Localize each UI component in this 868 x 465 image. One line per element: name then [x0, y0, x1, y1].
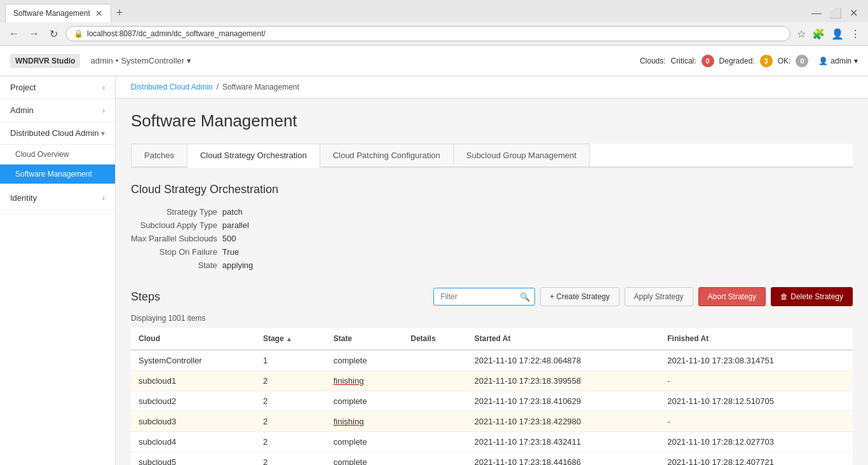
started-at-cell: 2021-11-10 17:23:18.441686	[467, 452, 660, 466]
stage-cell: 2	[255, 452, 326, 466]
state-cell: complete	[334, 457, 367, 465]
tab-cloud-strategy-orchestration[interactable]: Cloud Strategy Orchestration	[187, 144, 320, 168]
strategy-state-label: State	[131, 259, 222, 272]
stage-cell: 2	[255, 391, 326, 412]
strategy-stop-failure-value: True	[222, 245, 261, 259]
table-row[interactable]: subcloud3 2 finishing 2021-11-10 17:23:1…	[131, 412, 853, 432]
sidebar-item-admin[interactable]: Admin ›	[0, 99, 115, 122]
profile-button[interactable]: 👤	[830, 27, 845, 41]
tabs: Patches Cloud Strategy Orchestration Clo…	[131, 144, 853, 168]
state-cell-wrap: complete	[326, 350, 403, 371]
apply-strategy-button[interactable]: Apply Strategy	[625, 287, 693, 306]
app-header: WNDRVR Studio admin • SystemController ▾…	[0, 46, 868, 76]
context-selector[interactable]: admin • SystemController ▾	[90, 56, 191, 65]
sidebar-subitem-cloud-overview[interactable]: Cloud Overview	[0, 145, 115, 165]
sidebar-dca-label: Distributed Cloud Admin	[10, 128, 98, 138]
bookmark-button[interactable]: ☆	[796, 27, 807, 41]
browser-tab[interactable]: Software Management ✕	[5, 4, 111, 22]
finished-at-cell: -	[667, 417, 670, 426]
system-controller-label: SystemController	[121, 56, 184, 65]
finished-at-cell: 2021-11-10 17:23:08.314751	[667, 356, 774, 365]
stage-cell: 2	[255, 412, 326, 432]
context-label: admin	[90, 56, 112, 65]
state-cell-wrap: complete	[326, 432, 403, 452]
window-minimize[interactable]: —	[811, 8, 822, 19]
tab-bar: Software Management ✕ + — ⬜ ✕	[0, 0, 868, 22]
critical-badge: 0	[702, 55, 714, 67]
details-cell	[403, 371, 466, 391]
state-cell-wrap: complete	[326, 391, 403, 412]
details-cell	[403, 412, 466, 432]
window-restore[interactable]: ⬜	[829, 7, 842, 19]
menu-button[interactable]: ⋮	[849, 27, 862, 41]
table-header-row: Cloud Stage ▲ State Details Started At F…	[131, 328, 853, 350]
tab-cloud-patching-configuration[interactable]: Cloud Patching Configuration	[320, 144, 454, 166]
nav-back-button[interactable]: ←	[6, 27, 22, 41]
table-row[interactable]: subcloud4 2 complete 2021-11-10 17:23:18…	[131, 432, 853, 452]
context-separator: •	[116, 56, 119, 65]
col-details: Details	[403, 328, 466, 350]
cloud-cell: SystemController	[131, 350, 255, 371]
breadcrumb-current: Software Management	[222, 83, 299, 91]
strategy-details-table: Strategy Type patch Subcloud Apply Type …	[131, 205, 261, 272]
sidebar-identity-chevron: ›	[102, 194, 105, 203]
create-strategy-button[interactable]: + Create Strategy	[540, 287, 619, 306]
tab-subcloud-group-management[interactable]: Subcloud Group Management	[453, 144, 590, 166]
state-cell-wrap: finishing	[326, 371, 403, 391]
table-row[interactable]: subcloud2 2 complete 2021-11-10 17:23:18…	[131, 391, 853, 412]
url-field[interactable]: 🔒 localhost:8087/dc_admin/dc_software_ma…	[65, 26, 790, 41]
sidebar-item-identity[interactable]: Identity ›	[0, 187, 115, 210]
state-cell: complete	[334, 437, 367, 447]
header-nav: admin • SystemController ▾	[90, 56, 191, 65]
finished-at-cell-wrap: 2021-11-10 17:23:08.314751	[660, 350, 853, 371]
sidebar-project-chevron: ›	[102, 83, 105, 92]
started-at-cell: 2021-11-10 17:23:18.422980	[467, 412, 660, 432]
finished-at-cell-wrap: 2021-11-10 17:28:12.027703	[660, 432, 853, 452]
stage-cell: 2	[255, 432, 326, 452]
degraded-label: Degraded:	[719, 57, 755, 65]
strategy-row-state: State applying	[131, 259, 261, 272]
header-right: Clouds: Critical: 0 Degraded: 3 OK: 0 👤 …	[640, 55, 858, 67]
nav-refresh-button[interactable]: ↻	[47, 27, 60, 41]
tab-close-btn[interactable]: ✕	[95, 8, 103, 18]
sidebar-project-label: Project	[10, 83, 36, 92]
user-menu[interactable]: 👤 admin ▾	[818, 57, 858, 65]
tab-patches[interactable]: Patches	[131, 144, 187, 166]
sidebar-item-distributed-cloud-admin[interactable]: Distributed Cloud Admin ▾	[0, 122, 115, 145]
user-icon: 👤	[818, 57, 828, 65]
abort-strategy-button[interactable]: Abort Strategy	[698, 287, 766, 306]
table-row[interactable]: subcloud1 2 finishing 2021-11-10 17:23:1…	[131, 371, 853, 391]
details-cell	[403, 432, 466, 452]
window-close[interactable]: ✕	[850, 7, 858, 19]
strategy-apply-type-label: Subcloud Apply Type	[131, 219, 222, 232]
sidebar-item-project[interactable]: Project ›	[0, 76, 115, 99]
finished-at-cell-wrap: -	[660, 371, 853, 391]
state-cell: finishing	[334, 376, 364, 386]
sidebar-subitem-software-management[interactable]: Software Management	[0, 165, 115, 184]
nav-forward-button[interactable]: →	[27, 27, 42, 41]
ok-label: OK:	[778, 57, 791, 65]
strategy-row-apply-type: Subcloud Apply Type parallel	[131, 219, 261, 232]
breadcrumb: Distributed Cloud Admin / Software Manag…	[116, 76, 868, 98]
table-row[interactable]: subcloud5 2 complete 2021-11-10 17:23:18…	[131, 452, 853, 466]
browser-chrome: Software Management ✕ + — ⬜ ✕ ← → ↻ 🔒 lo…	[0, 0, 868, 46]
breadcrumb-parent[interactable]: Distributed Cloud Admin	[131, 83, 213, 91]
filter-input-wrap: 🔍	[433, 288, 535, 306]
steps-header: Steps 🔍 + Create Strategy Apply Strategy…	[131, 287, 853, 306]
col-cloud: Cloud	[131, 328, 255, 350]
state-cell-wrap: complete	[326, 452, 403, 466]
table-row[interactable]: SystemController 1 complete 2021-11-10 1…	[131, 350, 853, 371]
delete-strategy-label: Delete Strategy	[790, 292, 843, 301]
steps-table: Cloud Stage ▲ State Details Started At F…	[131, 328, 853, 465]
new-tab-button[interactable]: +	[111, 6, 128, 20]
state-cell-wrap: finishing	[326, 412, 403, 432]
col-stage[interactable]: Stage ▲	[255, 328, 326, 350]
url-text: localhost:8087/dc_admin/dc_software_mana…	[87, 29, 266, 38]
cloud-cell: subcloud4	[131, 432, 255, 452]
delete-strategy-button[interactable]: 🗑 Delete Strategy	[771, 287, 853, 306]
browser-actions: ☆ 🧩 👤 ⋮	[796, 27, 862, 41]
strategy-max-parallel-value: 500	[222, 232, 261, 245]
started-at-cell: 2021-11-10 17:23:18.399558	[467, 371, 660, 391]
extensions-button[interactable]: 🧩	[811, 27, 826, 41]
strategy-type-label: Strategy Type	[131, 205, 222, 219]
